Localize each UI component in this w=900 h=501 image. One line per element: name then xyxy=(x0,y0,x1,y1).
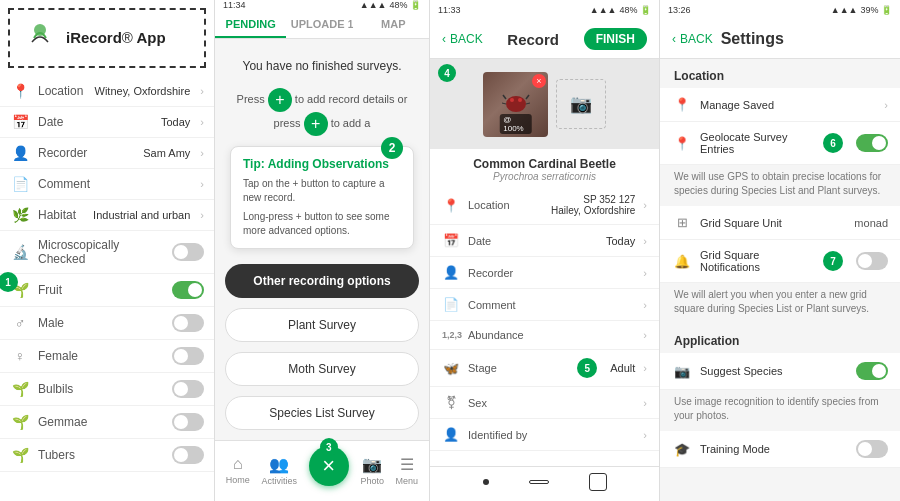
add-record-plus[interactable]: + xyxy=(268,88,292,112)
tab-map[interactable]: MAP xyxy=(358,10,429,38)
p4-manage-saved-row[interactable]: 📍 Manage Saved › xyxy=(660,88,900,122)
menu-icon: ☰ xyxy=(400,455,414,474)
habitat-row[interactable]: 🌿 Habitat Industrial and urban › xyxy=(0,200,214,231)
other-recording-btn[interactable]: Other recording options xyxy=(225,264,419,298)
p3-nav-home-dot xyxy=(483,479,489,485)
svg-line-5 xyxy=(526,103,530,104)
date-row[interactable]: 📅 Date Today › xyxy=(0,107,214,138)
add-detail-plus[interactable]: + xyxy=(304,112,328,136)
recorder-row[interactable]: 👤 Recorder Sam Amy › xyxy=(0,138,214,169)
female-toggle[interactable] xyxy=(172,347,204,365)
tooltip-line2: Long-press + button to see some more adv… xyxy=(243,210,401,238)
p4-camera-icon: 📷 xyxy=(672,364,692,379)
female-row[interactable]: ♀ Female xyxy=(0,340,214,373)
p3-status-bar: 11:33 ▲▲▲ 48% 🔋 xyxy=(430,0,659,20)
p3-location-row[interactable]: 📍 Location SP 352 127Hailey, Oxfordshire… xyxy=(430,186,659,225)
p3-abundance-row[interactable]: 1,2,3 Abundance › xyxy=(430,321,659,350)
p3-location-label: Location xyxy=(468,199,543,211)
p4-grid-notif-toggle[interactable] xyxy=(856,252,888,270)
female-label: Female xyxy=(38,349,164,363)
p2-content: You have no finished surveys. Press + to… xyxy=(215,39,429,440)
p2-bottom-nav: ⌂ Home 👥 Activities 3 × 📷 Photo ☰ Menu xyxy=(215,440,429,501)
nav-photo[interactable]: 📷 Photo xyxy=(360,455,384,486)
bulbils-toggle[interactable] xyxy=(172,380,204,398)
p4-status-icons: ▲▲▲ 39% 🔋 xyxy=(831,5,892,15)
p4-title: Settings xyxy=(721,30,784,48)
microscopically-checked-row[interactable]: 🔬 Microscopically Checked xyxy=(0,231,214,274)
p3-photo-remove[interactable]: × xyxy=(532,74,546,88)
bulbils-row[interactable]: 🌱 Bulbils xyxy=(0,373,214,406)
p4-geolocate-toggle[interactable] xyxy=(856,134,888,152)
p3-identified-label: Identified by xyxy=(468,429,635,441)
p3-identified-row[interactable]: 👤 Identified by › xyxy=(430,419,659,451)
comment-row[interactable]: 📄 Comment › xyxy=(0,169,214,200)
moth-survey-btn[interactable]: Moth Survey xyxy=(225,352,419,386)
p3-header: ‹ BACK Record FINISH xyxy=(430,20,659,59)
micro-toggle[interactable] xyxy=(172,243,204,261)
tab-uploade[interactable]: UPLOADE 1 xyxy=(286,10,357,38)
tubers-row[interactable]: 🌱 Tubers xyxy=(0,439,214,472)
nav-activities[interactable]: 👥 Activities xyxy=(262,455,298,486)
p4-geolocate-row[interactable]: 📍 Geolocate Survey Entries 6 xyxy=(660,122,900,165)
p4-application-rows: 📷 Suggest Species xyxy=(660,353,900,390)
nav-menu[interactable]: ☰ Menu xyxy=(396,455,419,486)
location-value: Witney, Oxfordshire xyxy=(95,85,191,97)
camera-icon: 📷 xyxy=(570,93,592,115)
fruit-row[interactable]: 1 🌱 Fruit xyxy=(0,274,214,307)
p3-stage-label: Stage xyxy=(468,362,569,374)
male-toggle[interactable] xyxy=(172,314,204,332)
p3-photo-area: 4 × @ 100% 📷 xyxy=(430,59,659,149)
date-value: Today xyxy=(161,116,190,128)
p3-comment-label: Comment xyxy=(468,299,635,311)
p3-stage-icon: 🦋 xyxy=(442,361,460,376)
finish-button[interactable]: FINISH xyxy=(584,28,647,50)
male-row[interactable]: ♂ Male xyxy=(0,307,214,340)
p3-location-value: SP 352 127Hailey, Oxfordshire xyxy=(551,194,635,216)
p4-training-row[interactable]: 🎓 Training Mode xyxy=(660,431,900,468)
male-icon: ♂ xyxy=(10,315,30,331)
nav-home[interactable]: ⌂ Home xyxy=(226,455,250,485)
tab-pending[interactable]: PENDING xyxy=(215,10,286,38)
p3-back-chevron: ‹ xyxy=(442,32,446,46)
p4-suggest-toggle[interactable] xyxy=(856,362,888,380)
p4-suggest-row[interactable]: 📷 Suggest Species xyxy=(660,353,900,390)
p4-training-rows: 🎓 Training Mode xyxy=(660,431,900,468)
plant-survey-btn[interactable]: Plant Survey xyxy=(225,308,419,342)
svg-point-6 xyxy=(510,98,514,102)
p3-camera-add[interactable]: 📷 xyxy=(556,79,606,129)
panel-irecord: iRecord® App 📍 Location Witney, Oxfordsh… xyxy=(0,0,215,501)
p3-recorder-row[interactable]: 👤 Recorder › xyxy=(430,257,659,289)
gemmae-row[interactable]: 🌱 Gemmae xyxy=(0,406,214,439)
p4-back-btn[interactable]: ‹ BACK xyxy=(672,32,713,46)
p4-suggest-label: Suggest Species xyxy=(700,365,848,377)
gemmae-toggle[interactable] xyxy=(172,413,204,431)
svg-line-4 xyxy=(502,103,506,104)
p3-species-name: Common Cardinal Beetle Pyrochroa serrati… xyxy=(430,149,659,186)
p3-abundance-label: Abundance xyxy=(468,329,635,341)
bulbils-icon: 🌱 xyxy=(10,381,30,397)
p4-grid-notif-desc: We will alert you when you enter a new g… xyxy=(660,283,900,324)
tubers-icon: 🌱 xyxy=(10,447,30,463)
p4-location-section: Location xyxy=(660,59,900,88)
fruit-toggle[interactable] xyxy=(172,281,204,299)
location-label: Location xyxy=(38,84,87,98)
p4-grid-unit-row[interactable]: ⊞ Grid Square Unit monad xyxy=(660,206,900,240)
p3-comment-row[interactable]: 📄 Comment › xyxy=(430,289,659,321)
male-label: Male xyxy=(38,316,164,330)
p3-sex-row[interactable]: ⚧ Sex › xyxy=(430,387,659,419)
p4-grid-notifications-row[interactable]: 🔔 Grid Square Notifications 7 xyxy=(660,240,900,283)
p4-status-bar: 13:26 ▲▲▲ 39% 🔋 xyxy=(660,0,900,20)
p3-species-common: Common Cardinal Beetle xyxy=(440,157,649,171)
p3-back-btn[interactable]: ‹ BACK xyxy=(442,32,483,46)
location-chevron: › xyxy=(200,85,204,97)
tubers-toggle[interactable] xyxy=(172,446,204,464)
p4-training-toggle[interactable] xyxy=(856,440,888,458)
p4-grid-rows: ⊞ Grid Square Unit monad 🔔 Grid Square N… xyxy=(660,206,900,283)
species-list-survey-btn[interactable]: Species List Survey xyxy=(225,396,419,430)
no-surveys-text: You have no finished surveys. xyxy=(243,59,402,73)
p3-date-row[interactable]: 📅 Date Today › xyxy=(430,225,659,257)
badge-2: 2 xyxy=(381,137,403,159)
p3-stage-row[interactable]: 🦋 Stage 5 Adult › xyxy=(430,350,659,387)
p3-photo-thumbnail[interactable]: × @ 100% xyxy=(483,72,548,137)
location-row[interactable]: 📍 Location Witney, Oxfordshire › xyxy=(0,76,214,107)
